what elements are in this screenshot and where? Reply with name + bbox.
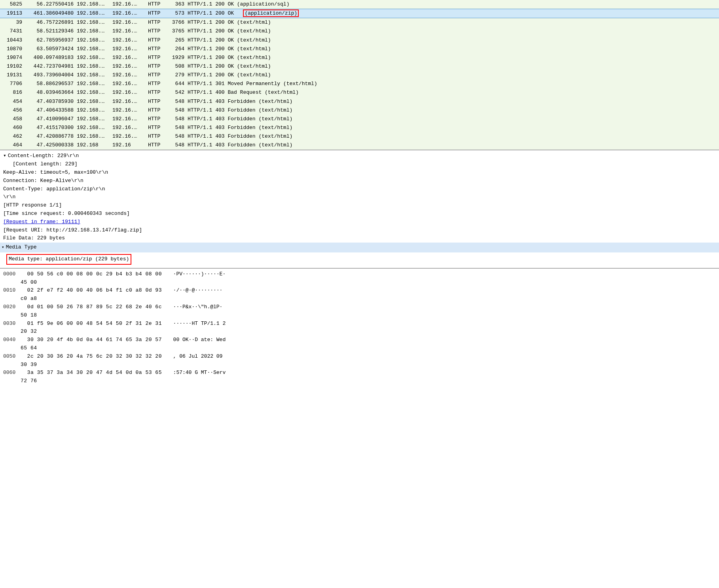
packet-time: 47.415170300 — [25, 124, 77, 132]
packet-info-col: HTTP/1.1 200 OK (application/zip) — [188, 9, 717, 17]
connection-row: Connection: Keep-Alive\r\n — [3, 177, 716, 185]
packet-src: 192.168.… — [77, 0, 112, 8]
packet-row[interactable]: 10443 62.785956937 192.168.… 192.16.… HT… — [0, 36, 719, 45]
packet-time: 58.886296537 — [25, 80, 77, 88]
packet-row[interactable]: 454 47.403785930 192.168.… 192.16.… HTTP… — [0, 97, 719, 106]
packet-no: 19131 — [2, 71, 25, 79]
request-in-frame-row[interactable]: [Request in frame: 19111] — [3, 218, 716, 226]
packet-dst: 192.16.… — [112, 71, 148, 79]
packet-row[interactable]: 7431 58.521129346 192.168.… 192.16.… HTT… — [0, 27, 719, 36]
packet-row[interactable]: 816 48.039463664 192.168.… 192.16.… HTTP… — [0, 88, 719, 97]
packet-info-col: HTTP/1.1 200 OK (text/html) — [188, 63, 717, 70]
hex-bytes: 00 50 56 c0 00 08 00 0c 29 b4 b3 b4 08 0… — [21, 270, 167, 287]
packet-row[interactable]: 19131 493.739604004 192.168.… 192.16.… H… — [0, 71, 719, 80]
packet-proto: HTTP — [148, 115, 168, 123]
packet-no: 462 — [2, 133, 25, 140]
file-data-row: File Data: 229 bytes — [3, 234, 716, 243]
packet-proto: HTTP — [148, 80, 168, 88]
packet-time: 47.403785930 — [25, 98, 77, 106]
packet-time: 63.505973424 — [25, 45, 77, 53]
packet-time: 58.521129346 — [25, 27, 77, 35]
packet-info: HTTP/1.1 403 Forbidden (text/html) — [188, 99, 292, 104]
packet-len: 264 — [168, 45, 188, 53]
packet-no: 19074 — [2, 54, 25, 62]
packet-info: HTTP/1.1 403 Forbidden (text/html) — [188, 142, 292, 148]
packet-len: 548 — [168, 98, 188, 106]
hex-bytes: 30 30 20 4f 4b 0d 0a 44 61 74 65 3a 20 5… — [21, 336, 167, 353]
keep-alive-row: Keep-Alive: timeout=5, max=100\r\n — [3, 169, 716, 177]
packet-info: HTTP/1.1 403 Forbidden (text/html) — [188, 116, 292, 122]
packet-info: HTTP/1.1 200 OK (text/html) — [188, 19, 271, 25]
packet-time: 461.386049480 — [25, 9, 77, 17]
packet-no: 10870 — [2, 45, 25, 53]
packet-row[interactable]: 10870 63.505973424 192.168.… 192.16.… HT… — [0, 45, 719, 53]
packet-row[interactable]: 464 47.425000338 192.168 192.16 HTTP 548… — [0, 141, 719, 150]
content-length-line: Content-Length: 229\r\n — [8, 153, 79, 159]
http-response-line: [HTTP response 1/1] — [3, 202, 62, 208]
packet-dst: 192.16.… — [112, 89, 148, 97]
packet-no: 19113 — [2, 9, 25, 17]
hex-ascii: ······HT TP/1.1 2 — [167, 320, 716, 336]
packet-src: 192.168.… — [77, 27, 112, 35]
packet-info-col: HTTP/1.1 403 Forbidden (text/html) — [188, 106, 717, 114]
detail-section: ▾Content-Length: 229\r\n [Content length… — [0, 150, 719, 268]
packet-row[interactable]: 460 47.415170300 192.168.… 192.16.… HTTP… — [0, 123, 719, 132]
media-type-header-label: Media Type — [6, 243, 37, 252]
packet-dst: 192.16.… — [112, 54, 148, 62]
packet-no: 464 — [2, 141, 25, 149]
packet-info-redbox: (application/zip) — [243, 9, 299, 17]
packet-time: 47.406433588 — [25, 106, 77, 114]
packet-dst: 192.16.… — [112, 36, 148, 44]
packet-len: 548 — [168, 124, 188, 132]
packet-proto: HTTP — [148, 106, 168, 114]
connection-line: Connection: Keep-Alive\r\n — [3, 178, 83, 184]
hex-ascii: ·/··@·@········· — [167, 286, 716, 303]
packet-info-col: HTTP/1.1 403 Forbidden (text/html) — [188, 133, 717, 140]
hex-row: 0050 2c 20 30 36 20 4a 75 6c 20 32 30 32… — [3, 353, 716, 369]
packet-time: 56.227550416 — [25, 0, 77, 8]
packet-src: 192.168.… — [77, 54, 112, 62]
packet-row[interactable]: 39 46.757226891 192.168.… 192.16.… HTTP … — [0, 18, 719, 27]
detail-caret-content-length[interactable]: ▾Content-Length: 229\r\n — [3, 152, 716, 160]
hex-bytes: 0d 01 00 50 26 78 87 89 5c 22 68 2e 40 6… — [21, 303, 167, 320]
hex-row: 0040 30 30 20 4f 4b 0d 0a 44 61 74 65 3a… — [3, 336, 716, 353]
crlf-line: \r\n — [3, 194, 15, 200]
hex-bytes: 2c 20 30 36 20 4a 75 6c 20 32 30 32 32 2… — [21, 353, 167, 369]
packet-row[interactable]: 19074 400.097489183 192.168.… 192.16.… H… — [0, 53, 719, 62]
content-length-value: [Content length: 229] — [13, 161, 78, 167]
packet-proto: HTTP — [148, 63, 168, 70]
packet-len: 548 — [168, 141, 188, 149]
packet-row[interactable]: 7706 58.886296537 192.168.… 192.16.… HTT… — [0, 80, 719, 88]
packet-src: 192.168.… — [77, 63, 112, 70]
hex-bytes: 3a 35 37 3a 34 30 20 47 4d 54 0d 0a 53 6… — [21, 369, 167, 385]
keep-alive-line: Keep-Alive: timeout=5, max=100\r\n — [3, 169, 108, 175]
time-since-request-row: [Time since request: 0.000460343 seconds… — [3, 210, 716, 218]
packet-row[interactable]: 19113 461.386049480 192.168.… 192.16.… H… — [0, 9, 719, 18]
packet-row[interactable]: 458 47.410096047 192.168.… 192.16.… HTTP… — [0, 115, 719, 123]
packet-no: 456 — [2, 106, 25, 114]
request-in-frame-link[interactable]: [Request in frame: 19111] — [3, 219, 80, 225]
packet-dst: 192.16.… — [112, 19, 148, 27]
hex-row: 0000 00 50 56 c0 00 08 00 0c 29 b4 b3 b4… — [3, 270, 716, 287]
file-data: File Data: 229 bytes — [3, 235, 65, 241]
packet-dst: 192.16.… — [112, 115, 148, 123]
packet-dst: 192.16.… — [112, 9, 148, 17]
packet-info: HTTP/1.1 403 Forbidden (text/html) — [188, 107, 292, 113]
packet-proto: HTTP — [148, 89, 168, 97]
packet-row[interactable]: 462 47.420886778 192.168.… 192.16.… HTTP… — [0, 132, 719, 141]
hex-offset: 0040 — [3, 336, 21, 353]
packet-info: HTTP/1.1 200 OK (text/html) — [188, 28, 271, 34]
packet-proto: HTTP — [148, 0, 168, 8]
request-uri: [Request URI: http://192.168.13.147/flag… — [3, 227, 142, 233]
packet-row[interactable]: 456 47.406433588 192.168.… 192.16.… HTTP… — [0, 106, 719, 115]
packet-src: 192.168.… — [77, 9, 112, 17]
packet-row[interactable]: 19102 442.723704981 192.168.… 192.16.… H… — [0, 62, 719, 71]
packet-proto: HTTP — [148, 27, 168, 35]
packet-time: 47.410096047 — [25, 115, 77, 123]
packet-row[interactable]: 5825 56.227550416 192.168.… 192.16.… HTT… — [0, 0, 719, 9]
media-type-header[interactable]: ▾ Media Type — [0, 243, 719, 252]
media-type-value-row: Media type: application/zip (229 bytes) — [3, 252, 716, 266]
packet-info-col: HTTP/1.1 403 Forbidden (text/html) — [188, 98, 717, 106]
packet-time: 47.420886778 — [25, 133, 77, 140]
packet-dst: 192.16.… — [112, 133, 148, 140]
